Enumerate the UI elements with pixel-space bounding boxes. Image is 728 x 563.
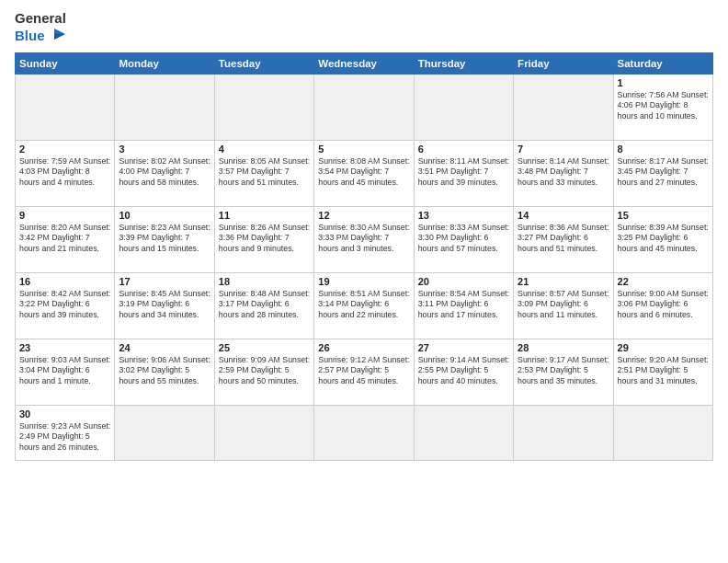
calendar-cell: 24Sunrise: 9:06 AM Sunset: 3:02 PM Dayli… [115,339,214,405]
day-number: 5 [318,144,409,155]
day-number: 11 [219,210,310,221]
day-info: Sunrise: 9:06 AM Sunset: 3:02 PM Dayligh… [119,355,210,388]
day-number: 16 [19,276,110,287]
calendar-cell: 5Sunrise: 8:08 AM Sunset: 3:54 PM Daylig… [314,140,414,206]
day-number: 26 [318,342,409,353]
day-info: Sunrise: 8:02 AM Sunset: 4:00 PM Dayligh… [119,156,210,190]
day-number: 22 [618,276,709,287]
calendar-cell: 21Sunrise: 8:57 AM Sunset: 3:09 PM Dayli… [514,272,613,339]
day-info: Sunrise: 8:33 AM Sunset: 3:30 PM Dayligh… [418,223,509,256]
calendar-table: SundayMondayTuesdayWednesdayThursdayFrid… [15,52,713,461]
calendar-cell [314,74,414,140]
day-number: 18 [219,276,310,287]
logo-triangle-icon [47,27,67,47]
day-number: 7 [518,144,609,155]
calendar-cell [514,74,613,140]
day-info: Sunrise: 8:23 AM Sunset: 3:39 PM Dayligh… [119,223,210,256]
calendar-cell [613,405,712,460]
calendar-header-row: SundayMondayTuesdayWednesdayThursdayFrid… [16,52,713,74]
day-info: Sunrise: 8:17 AM Sunset: 3:45 PM Dayligh… [618,156,709,190]
weekday-header: Wednesday [314,52,414,74]
day-info: Sunrise: 8:39 AM Sunset: 3:25 PM Dayligh… [618,223,709,256]
day-info: Sunrise: 9:09 AM Sunset: 2:59 PM Dayligh… [219,355,310,388]
day-number: 21 [518,276,609,287]
calendar-cell [115,405,214,460]
calendar-cell [414,74,513,140]
calendar-cell [514,405,613,460]
calendar-cell [414,405,513,460]
weekday-header: Sunday [16,52,115,74]
calendar-cell [16,74,115,140]
calendar-cell: 27Sunrise: 9:14 AM Sunset: 2:55 PM Dayli… [414,339,513,405]
calendar-cell: 12Sunrise: 8:30 AM Sunset: 3:33 PM Dayli… [314,206,414,272]
calendar-cell: 10Sunrise: 8:23 AM Sunset: 3:39 PM Dayli… [115,206,214,272]
calendar-cell: 1Sunrise: 7:56 AM Sunset: 4:06 PM Daylig… [613,74,712,140]
day-info: Sunrise: 8:08 AM Sunset: 3:54 PM Dayligh… [318,156,409,190]
calendar-cell: 15Sunrise: 8:39 AM Sunset: 3:25 PM Dayli… [613,206,712,272]
weekday-header: Tuesday [214,52,313,74]
day-info: Sunrise: 9:14 AM Sunset: 2:55 PM Dayligh… [418,355,509,388]
calendar-cell: 6Sunrise: 8:11 AM Sunset: 3:51 PM Daylig… [414,140,513,206]
day-number: 29 [618,342,709,353]
day-number: 3 [119,144,210,155]
day-number: 1 [618,77,709,88]
day-number: 6 [418,144,509,155]
day-info: Sunrise: 9:20 AM Sunset: 2:51 PM Dayligh… [618,355,709,388]
day-number: 17 [119,276,210,287]
day-number: 25 [219,342,310,353]
day-info: Sunrise: 9:03 AM Sunset: 3:04 PM Dayligh… [19,355,110,388]
calendar-cell: 23Sunrise: 9:03 AM Sunset: 3:04 PM Dayli… [16,339,115,405]
day-info: Sunrise: 8:14 AM Sunset: 3:48 PM Dayligh… [518,156,609,190]
logo-text: General [15,11,66,27]
calendar-cell: 20Sunrise: 8:54 AM Sunset: 3:11 PM Dayli… [414,272,513,339]
logo-blue: Blue [15,29,45,44]
weekday-header: Monday [115,52,214,74]
logo: General Blue [15,11,67,47]
day-info: Sunrise: 9:12 AM Sunset: 2:57 PM Dayligh… [318,355,409,388]
day-info: Sunrise: 7:59 AM Sunset: 4:03 PM Dayligh… [19,156,110,190]
day-number: 2 [19,144,110,155]
calendar-cell: 14Sunrise: 8:36 AM Sunset: 3:27 PM Dayli… [514,206,613,272]
calendar-cell [214,74,313,140]
day-info: Sunrise: 8:42 AM Sunset: 3:22 PM Dayligh… [19,289,110,322]
day-info: Sunrise: 8:36 AM Sunset: 3:27 PM Dayligh… [518,223,609,256]
day-number: 8 [618,144,709,155]
calendar-cell: 26Sunrise: 9:12 AM Sunset: 2:57 PM Dayli… [314,339,414,405]
calendar-cell [115,74,214,140]
calendar-cell: 28Sunrise: 9:17 AM Sunset: 2:53 PM Dayli… [514,339,613,405]
day-info: Sunrise: 8:05 AM Sunset: 3:57 PM Dayligh… [219,156,310,190]
day-info: Sunrise: 8:57 AM Sunset: 3:09 PM Dayligh… [518,289,609,322]
day-number: 28 [518,342,609,353]
page-header: General Blue [15,11,713,47]
day-number: 12 [318,210,409,221]
calendar-cell: 22Sunrise: 9:00 AM Sunset: 3:06 PM Dayli… [613,272,712,339]
day-number: 19 [318,276,409,287]
calendar-cell: 2Sunrise: 7:59 AM Sunset: 4:03 PM Daylig… [16,140,115,206]
calendar-cell: 13Sunrise: 8:33 AM Sunset: 3:30 PM Dayli… [414,206,513,272]
calendar-cell: 25Sunrise: 9:09 AM Sunset: 2:59 PM Dayli… [214,339,313,405]
calendar-cell: 30Sunrise: 9:23 AM Sunset: 2:49 PM Dayli… [16,405,115,460]
svg-marker-1 [54,34,65,40]
day-info: Sunrise: 9:00 AM Sunset: 3:06 PM Dayligh… [618,289,709,322]
calendar-cell: 29Sunrise: 9:20 AM Sunset: 2:51 PM Dayli… [613,339,712,405]
day-info: Sunrise: 9:23 AM Sunset: 2:49 PM Dayligh… [19,421,110,454]
day-info: Sunrise: 8:45 AM Sunset: 3:19 PM Dayligh… [119,289,210,322]
day-number: 13 [418,210,509,221]
day-number: 20 [418,276,509,287]
day-info: Sunrise: 8:30 AM Sunset: 3:33 PM Dayligh… [318,223,409,256]
day-info: Sunrise: 7:56 AM Sunset: 4:06 PM Dayligh… [618,90,709,123]
day-info: Sunrise: 8:26 AM Sunset: 3:36 PM Dayligh… [219,223,310,256]
calendar-cell [214,405,313,460]
day-info: Sunrise: 8:54 AM Sunset: 3:11 PM Dayligh… [418,289,509,322]
day-info: Sunrise: 8:20 AM Sunset: 3:42 PM Dayligh… [19,223,110,256]
calendar-cell: 3Sunrise: 8:02 AM Sunset: 4:00 PM Daylig… [115,140,214,206]
calendar-cell [314,405,414,460]
calendar-cell: 8Sunrise: 8:17 AM Sunset: 3:45 PM Daylig… [613,140,712,206]
day-number: 24 [119,342,210,353]
calendar-cell: 11Sunrise: 8:26 AM Sunset: 3:36 PM Dayli… [214,206,313,272]
calendar-cell: 18Sunrise: 8:48 AM Sunset: 3:17 PM Dayli… [214,272,313,339]
day-info: Sunrise: 8:51 AM Sunset: 3:14 PM Dayligh… [318,289,409,322]
weekday-header: Thursday [414,52,513,74]
calendar-cell: 9Sunrise: 8:20 AM Sunset: 3:42 PM Daylig… [16,206,115,272]
weekday-header: Saturday [613,52,712,74]
